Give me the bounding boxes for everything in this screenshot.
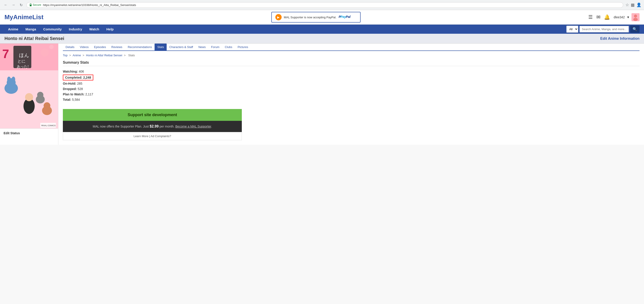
- tab-pictures[interactable]: Pictures: [235, 44, 251, 50]
- cover-image: 7 ほん とに あった!: [0, 44, 58, 129]
- nav-industry[interactable]: Industry: [65, 24, 86, 34]
- breadcrumb-top[interactable]: Top: [63, 54, 68, 57]
- svg-point-6: [633, 18, 638, 21]
- learn-more-link[interactable]: Learn More: [134, 135, 148, 138]
- nav-watch[interactable]: Watch: [86, 24, 103, 34]
- header-right: ☰ ✉ 🔔 dlee342 ▼: [588, 13, 640, 21]
- paypal-banner-text: MAL Supporter is now accepting PayPal.: [284, 16, 336, 19]
- tab-clubs[interactable]: Clubs: [222, 44, 235, 50]
- svg-text:7: 7: [2, 47, 9, 61]
- sub-nav: Details Videos Episodes Reviews Recommen…: [63, 44, 640, 51]
- svg-text:ほん: ほん: [19, 52, 29, 58]
- ad-complaints-link[interactable]: Ad Complaints?: [150, 135, 171, 138]
- svg-point-25: [44, 102, 50, 109]
- support-price: $2.99: [150, 124, 158, 128]
- svg-text:あった!: あった!: [17, 65, 29, 68]
- breadcrumb-anime[interactable]: Anime: [73, 54, 81, 57]
- stat-on-hold: On-Hold: 285: [63, 81, 640, 86]
- breadcrumb-sep-3: >: [124, 54, 126, 57]
- support-header: Support site development: [63, 109, 242, 121]
- cast-icon[interactable]: ▩: [631, 2, 634, 7]
- forward-button[interactable]: →: [10, 2, 16, 8]
- secure-icon: Secure: [29, 3, 41, 6]
- svg-text:Pay: Pay: [340, 15, 346, 18]
- star-icon[interactable]: ☆: [626, 2, 629, 7]
- tab-videos[interactable]: Videos: [77, 44, 92, 50]
- tab-characters-staff[interactable]: Characters & Staff: [167, 44, 196, 50]
- nav-community[interactable]: Community: [40, 24, 65, 34]
- content-area: 7 ほん とに あった!: [0, 44, 644, 145]
- mal-logo[interactable]: MyAnimeList: [4, 14, 44, 21]
- user-menu[interactable]: dlee342 ▼: [614, 13, 640, 21]
- anime-cover: 7 ほん とに あった!: [0, 44, 58, 129]
- breadcrumb-current: Stats: [128, 54, 135, 57]
- svg-text:とに: とに: [18, 59, 26, 63]
- search-category-select[interactable]: All: [566, 26, 578, 33]
- edit-status-title: Edit Status: [4, 131, 54, 135]
- stats-title: Summary Stats: [63, 61, 640, 66]
- browser-nav-buttons: ← → ↻: [3, 2, 24, 8]
- reload-button[interactable]: ↻: [18, 2, 24, 8]
- search-input[interactable]: [580, 26, 629, 32]
- avatar: [632, 13, 640, 21]
- breadcrumb: Top > Anime > Honto ni Atta! Reibai Sens…: [63, 54, 640, 57]
- bell-icon[interactable]: 🔔: [604, 14, 610, 20]
- svg-point-27: [37, 92, 44, 98]
- search-button[interactable]: 🔍: [630, 25, 640, 33]
- mal-header: MyAnimeList ▶ MAL Supporter is now accep…: [0, 10, 644, 24]
- svg-text:Pal: Pal: [346, 15, 351, 18]
- support-footer: Learn More | Ad Complaints?: [63, 132, 242, 140]
- paypal-logo: P Pay Pal: [339, 14, 356, 20]
- nav-search: All 🔍: [566, 25, 640, 33]
- svg-rect-0: [30, 5, 32, 6]
- stat-total: Total: 5,584: [63, 97, 640, 102]
- tab-episodes[interactable]: Episodes: [91, 44, 108, 50]
- become-supporter-link[interactable]: Become a MAL Supporter: [175, 125, 211, 128]
- svg-point-22: [7, 77, 11, 82]
- menu-icon[interactable]: ☰: [588, 14, 593, 20]
- tab-news[interactable]: News: [196, 44, 208, 50]
- stat-plan-to-watch: Plan to Watch: 2,117: [63, 92, 640, 97]
- nav-bar: Anime Manga Community Industry Watch Hel…: [0, 24, 644, 34]
- svg-point-19: [25, 93, 33, 101]
- tab-forum[interactable]: Forum: [208, 44, 222, 50]
- tab-details[interactable]: Details: [63, 44, 77, 50]
- svg-point-5: [634, 14, 637, 18]
- tab-recommendations[interactable]: Recommendations: [125, 44, 154, 50]
- stat-watching: Watching: 406: [63, 69, 640, 74]
- nav-help[interactable]: Help: [103, 24, 118, 34]
- support-body-suffix: per month.: [158, 125, 175, 128]
- svg-point-12: [49, 45, 54, 49]
- secure-text: Secure: [33, 3, 41, 6]
- dropdown-arrow-icon: ▼: [626, 15, 630, 19]
- back-button[interactable]: ←: [3, 2, 9, 8]
- support-body-end: .: [211, 125, 212, 128]
- play-icon: ▶: [275, 14, 282, 20]
- nav-links: Anime Manga Community Industry Watch Hel…: [4, 24, 117, 34]
- page-title-bar: Honto ni Atta! Reibai Sensei Edit Anime …: [0, 34, 644, 44]
- breadcrumb-sep-1: >: [69, 54, 72, 57]
- url-text: https://myanimelist.net/anime/10338/Hont…: [43, 3, 620, 7]
- mail-icon[interactable]: ✉: [596, 14, 600, 20]
- paypal-banner[interactable]: ▶ MAL Supporter is now accepting PayPal.…: [271, 12, 360, 22]
- tab-reviews[interactable]: Reviews: [109, 44, 125, 50]
- svg-point-11: [41, 48, 49, 56]
- nav-manga[interactable]: Manga: [22, 24, 40, 34]
- browser-action-icons: ☆ ▩ 👤: [626, 2, 641, 7]
- profile-icon[interactable]: 👤: [636, 2, 641, 7]
- address-bar[interactable]: Secure https://myanimelist.net/anime/103…: [26, 2, 623, 8]
- stat-completed: Completed: 2,248: [63, 75, 93, 80]
- footer-separator: |: [149, 135, 150, 138]
- stats-section: Summary Stats Watching: 406 Completed: 2…: [63, 61, 640, 102]
- left-panel: 7 ほん とに あった!: [0, 44, 58, 145]
- nav-anime[interactable]: Anime: [4, 24, 22, 34]
- username: dlee342: [614, 15, 625, 19]
- page-title: Honto ni Atta! Reibai Sensei: [4, 36, 64, 41]
- svg-point-23: [12, 77, 15, 82]
- support-banner: Support site development MAL now offers …: [63, 109, 242, 140]
- breadcrumb-series[interactable]: Honto ni Atta! Reibai Sensei: [86, 54, 122, 57]
- edit-anime-link[interactable]: Edit Anime Information: [600, 37, 640, 41]
- tab-stats[interactable]: Stats: [154, 44, 167, 50]
- support-body-text: MAL now offers the Supporter Plan. Just: [93, 125, 150, 128]
- right-panel: Details Videos Episodes Reviews Recommen…: [58, 44, 644, 145]
